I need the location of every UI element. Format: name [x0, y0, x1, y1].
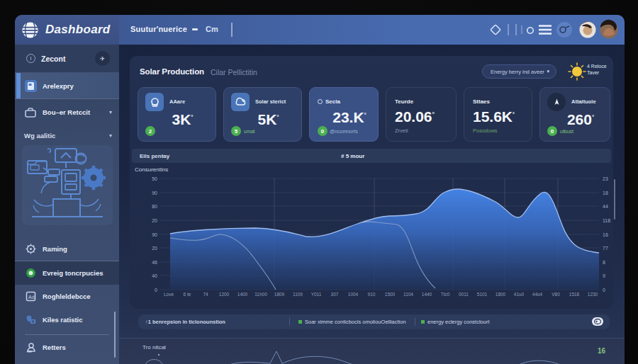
svg-text:1518: 1518 [569, 292, 580, 297]
svg-text:1400: 1400 [237, 292, 248, 297]
svg-text:Ttc0: Ttc0 [441, 292, 450, 297]
svg-text:23: 23 [603, 176, 608, 181]
svg-text:5101: 5101 [477, 292, 488, 297]
svg-text:0011: 0011 [459, 292, 469, 297]
svg-text:46: 46 [152, 260, 157, 265]
svg-text:Y011: Y011 [311, 292, 322, 297]
svg-text:V80: V80 [552, 292, 560, 297]
svg-text:0: 0 [155, 288, 157, 292]
svg-text:1104: 1104 [403, 292, 413, 297]
svg-text:50: 50 [152, 176, 157, 181]
svg-text:20: 20 [152, 218, 157, 223]
svg-text:74: 74 [203, 292, 208, 297]
svg-text:1200: 1200 [219, 292, 230, 297]
svg-text:1004: 1004 [348, 292, 359, 297]
svg-text:1809: 1809 [274, 292, 285, 297]
svg-text:18: 18 [603, 190, 608, 195]
svg-text:Love: Love [164, 292, 174, 297]
svg-text:11h00: 11h00 [254, 292, 267, 297]
svg-text:40: 40 [152, 273, 157, 278]
svg-text:1109: 1109 [293, 292, 303, 297]
svg-text:77: 77 [603, 246, 608, 251]
svg-text:16: 16 [603, 232, 608, 237]
svg-text:9: 9 [603, 273, 605, 278]
svg-text:118: 118 [603, 218, 610, 223]
svg-text:0: 0 [603, 288, 605, 292]
svg-text:6 te: 6 te [184, 292, 191, 297]
svg-text:1800: 1800 [496, 292, 506, 297]
svg-text:80: 80 [152, 204, 157, 209]
svg-text:910: 910 [368, 292, 376, 297]
svg-text:44o4: 44o4 [532, 292, 543, 297]
svg-text:90: 90 [152, 190, 157, 195]
svg-text:20: 20 [152, 246, 157, 251]
svg-text:1500: 1500 [385, 292, 396, 297]
svg-text:90: 90 [152, 232, 157, 237]
svg-text:1440: 1440 [422, 292, 432, 297]
svg-text:1230: 1230 [588, 292, 598, 297]
svg-text:8: 8 [603, 260, 605, 265]
svg-text:44: 44 [603, 204, 608, 209]
svg-text:Ad: Ad [28, 295, 35, 300]
svg-text:307: 307 [331, 292, 339, 297]
svg-text:41u0: 41u0 [514, 292, 525, 297]
